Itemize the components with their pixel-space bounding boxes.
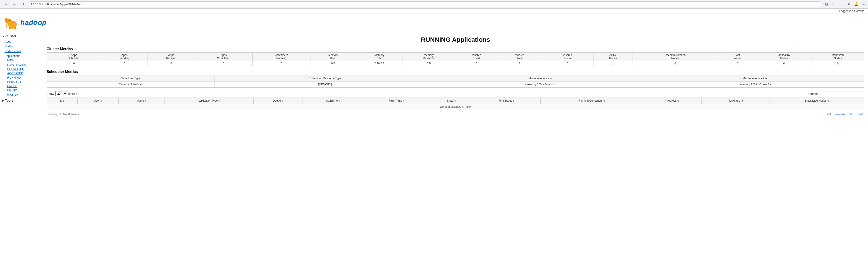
col-decommissioned-nodes: DecommissionedNodes: [632, 52, 718, 61]
val-vcores-total: 8: [498, 61, 541, 66]
svg-rect-4: [9, 27, 11, 29]
col-scheduling-resource-type: Scheduling Resource Type: [215, 75, 435, 81]
col-memory-reserved: MemoryReserved: [403, 52, 455, 61]
col-memory-used: MemoryUsed: [310, 52, 356, 61]
tools-triangle-icon: ▶: [2, 99, 4, 102]
cluster-metrics-table: AppsSubmitted AppsPending AppsRunning Ap…: [46, 52, 864, 66]
hadoop-logo-icon: [4, 15, 20, 29]
page-title: RUNNING Applications: [46, 34, 864, 47]
logo-area: hadoop: [4, 15, 46, 29]
col-finish-time[interactable]: FinishTime ⇅: [364, 98, 430, 104]
cluster-triangle-icon: ▼: [2, 35, 4, 37]
sidebar-item-submitted[interactable]: SUBMITTED: [0, 67, 43, 71]
col-rebooted-nodes: RebootedNodes: [811, 52, 864, 61]
last-button[interactable]: Last: [857, 112, 864, 116]
val-vcores-reserved: 0: [541, 61, 593, 66]
refresh-button[interactable]: ↺: [20, 2, 26, 7]
cluster-metrics-title: Cluster Metrics: [46, 47, 864, 51]
sidebar-cluster-section[interactable]: ▼ Cluster: [0, 33, 43, 39]
tools-label: Tools: [5, 99, 13, 102]
val-decommissioned-nodes[interactable]: 0: [632, 61, 718, 66]
col-apps-submitted: AppsSubmitted: [47, 52, 101, 61]
val-apps-running: 0: [148, 61, 195, 66]
scheduler-metrics-table: Scheduler Type Scheduling Resource Type …: [46, 75, 864, 87]
scheduler-metrics-title: Scheduler Metrics: [46, 70, 864, 74]
col-user[interactable]: User ⇅: [78, 98, 119, 104]
col-tracking-ui[interactable]: Tracking UI ⇅: [702, 98, 770, 104]
sidebar-item-finished[interactable]: FINISHED: [0, 80, 43, 84]
sidebar-item-scheduler[interactable]: Scheduler: [0, 93, 43, 97]
col-unhealthy-nodes: UnhealthyNodes: [757, 52, 811, 61]
address-bar[interactable]: 127.0.0.1:8088/cluster/apps/RUNNING: [28, 1, 823, 7]
search-label: Search:: [808, 92, 818, 96]
col-memory-total: MemoryTotal: [356, 52, 403, 61]
val-scheduler-type: Capacity Scheduler: [47, 81, 215, 87]
val-active-nodes[interactable]: 1: [593, 61, 632, 66]
val-rebooted-nodes[interactable]: 0: [811, 61, 864, 66]
col-vcores-total: VCoresTotal: [498, 52, 541, 61]
sidebar-item-accepted[interactable]: ACCEPTED: [0, 71, 43, 75]
applications-table: ID ⇅ User ⇅ Name ⇅ Application Type ⇅ Qu…: [46, 98, 864, 110]
val-apps-pending: 0: [101, 61, 148, 66]
sidebar-item-failed[interactable]: FAILED: [0, 84, 43, 88]
reader-mode-icon[interactable]: ⊟: [825, 2, 828, 6]
entries-select[interactable]: 10 20 50 100: [56, 91, 67, 96]
col-start-time[interactable]: StartTime ⇅: [303, 98, 364, 104]
col-final-status[interactable]: FinalStatus ⇅: [473, 98, 540, 104]
col-apps-completed: AppsCompleted: [195, 52, 252, 61]
content-area: RUNNING Applications Cluster Metrics App…: [43, 31, 868, 254]
val-lost-nodes[interactable]: 0: [718, 61, 757, 66]
col-name[interactable]: Name ⇅: [119, 98, 165, 104]
col-apps-pending: AppsPending: [101, 52, 148, 61]
val-maximum-allocation: <memory:2250, vCores:8>: [645, 81, 864, 87]
col-queue[interactable]: Queue ⇅: [253, 98, 303, 104]
previous-button[interactable]: Previous: [833, 112, 846, 116]
sidebar-item-running[interactable]: RUNNING: [0, 75, 43, 80]
forward-button[interactable]: →: [11, 2, 18, 7]
val-memory-used: 0 B: [310, 61, 356, 66]
sidebar: ▼ Cluster About Nodes Node Labels Applic…: [0, 31, 43, 254]
table-footer: Showing 0 to 0 of 0 entries First Previo…: [46, 111, 864, 117]
edit-icon[interactable]: ✏: [848, 2, 851, 6]
search-input[interactable]: [819, 91, 864, 96]
sidebar-item-about[interactable]: About: [0, 39, 43, 44]
col-progress[interactable]: Progress ⇅: [643, 98, 702, 104]
val-scheduling-resource-type: [MEMORY]: [215, 81, 435, 87]
col-id[interactable]: ID ⇅: [47, 98, 78, 104]
sidebar-item-nodes[interactable]: Nodes: [0, 44, 43, 49]
back-button[interactable]: ←: [3, 2, 9, 7]
next-button[interactable]: Next: [847, 112, 856, 116]
col-maximum-allocation: Maximum Allocation: [645, 75, 864, 81]
val-apps-submitted: 0: [47, 61, 101, 66]
account-icon[interactable]: 🔔: [854, 2, 859, 6]
col-apps-running: AppsRunning: [148, 52, 195, 61]
sidebar-item-new-saving[interactable]: NEW_SAVING: [0, 63, 43, 67]
cluster-label: Cluster: [5, 34, 16, 38]
sidebar-tools-section[interactable]: ▶ Tools: [0, 97, 43, 104]
col-blacklisted-nodes[interactable]: Blacklisted Nodes ⇅: [770, 98, 864, 104]
sidebar-item-node-labels[interactable]: Node Labels: [0, 49, 43, 53]
search-area: Search:: [808, 91, 864, 96]
sidebar-item-new[interactable]: NEW: [0, 58, 43, 63]
col-running-containers[interactable]: Running Containers ⇅: [540, 98, 643, 104]
bookmark-icon[interactable]: ☆: [831, 2, 834, 6]
logo-text: hadoop: [20, 18, 46, 27]
sidebar-item-killed[interactable]: KILLED: [0, 88, 43, 93]
show-label: Show: [46, 92, 54, 96]
first-button[interactable]: First: [824, 112, 832, 116]
menu-icon[interactable]: ☰: [841, 2, 845, 6]
svg-point-2: [5, 18, 8, 22]
scheduler-metrics-section: Scheduler Metrics Scheduler Type Schedul…: [46, 70, 864, 87]
sidebar-item-applications[interactable]: Applications: [0, 53, 43, 58]
col-application-type[interactable]: Application Type ⇅: [165, 98, 253, 104]
col-vcores-reserved: VCoresReserved: [541, 52, 593, 61]
pagination-buttons: First Previous Next Last: [824, 112, 864, 116]
show-entries-control: Show 10 20 50 100 entries: [46, 91, 77, 96]
svg-rect-6: [14, 27, 16, 29]
col-containers-running: ContainersRunning: [252, 52, 310, 61]
browser-actions: ⊟ ☆ | ☰ ✏ 🔔 ⋯: [825, 2, 865, 6]
more-options-icon[interactable]: ⋯: [862, 2, 865, 6]
val-unhealthy-nodes[interactable]: 0: [757, 61, 811, 66]
col-state[interactable]: State ⇅: [430, 98, 473, 104]
val-memory-total: 2.20 GB: [356, 61, 403, 66]
